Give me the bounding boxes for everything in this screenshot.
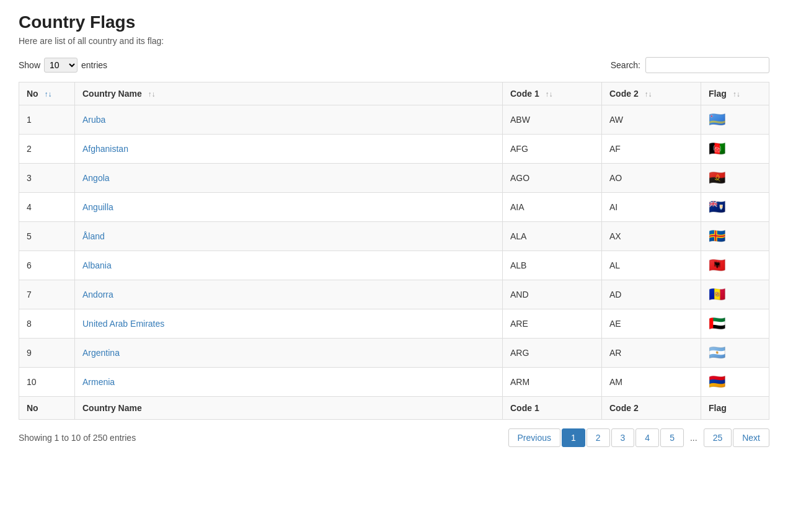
- cell-country-name[interactable]: Albania: [75, 251, 503, 280]
- cell-no: 6: [19, 251, 75, 280]
- col-flag-label: Flag: [709, 89, 727, 99]
- footer-code2: Code 2: [602, 397, 701, 420]
- table-row: 10ArmeniaARMAM🇦🇲: [19, 368, 769, 397]
- top-controls: Show 102550100 entries Search:: [19, 57, 769, 73]
- cell-code2: AW: [602, 105, 701, 135]
- cell-code2: AR: [602, 339, 701, 368]
- page-title: Country Flags: [19, 12, 769, 32]
- cell-no: 8: [19, 309, 75, 339]
- cell-no: 1: [19, 105, 75, 135]
- cell-no: 2: [19, 135, 75, 164]
- cell-code1: ARE: [503, 309, 602, 339]
- col-flag[interactable]: Flag ↑↓: [701, 82, 769, 105]
- show-entries-control: Show 102550100 entries: [19, 58, 107, 73]
- cell-code1: ALB: [503, 251, 602, 280]
- cell-flag: 🇦🇷: [701, 339, 769, 368]
- cell-code1: ARG: [503, 339, 602, 368]
- table-row: 2AfghanistanAFGAF🇦🇫: [19, 135, 769, 164]
- cell-country-name[interactable]: Argentina: [75, 339, 503, 368]
- table-header: No ↑↓ Country Name ↑↓ Code 1 ↑↓ Code 2 ↑…: [19, 82, 769, 105]
- search-label: Search:: [611, 60, 640, 70]
- cell-flag: 🇦🇪: [701, 309, 769, 339]
- table-row: 6AlbaniaALBAL🇦🇱: [19, 251, 769, 280]
- search-control: Search:: [611, 57, 769, 73]
- pagination-page-25[interactable]: 25: [704, 428, 732, 447]
- col-no-label: No: [27, 89, 38, 99]
- cell-flag: 🇦🇲: [701, 368, 769, 397]
- page-subtitle: Here are list of all country and its fla…: [19, 36, 769, 46]
- table-footer: No Country Name Code 1 Code 2 Flag: [19, 397, 769, 420]
- bottom-controls: Showing 1 to 10 of 250 entries Previous1…: [19, 428, 769, 447]
- header-row: No ↑↓ Country Name ↑↓ Code 1 ↑↓ Code 2 ↑…: [19, 82, 769, 105]
- table-row: 9ArgentinaARGAR🇦🇷: [19, 339, 769, 368]
- table-row: 5ÅlandALAAX🇦🇽: [19, 222, 769, 251]
- country-table: No ↑↓ Country Name ↑↓ Code 1 ↑↓ Code 2 ↑…: [19, 82, 769, 420]
- entries-select[interactable]: 102550100: [44, 58, 77, 73]
- cell-no: 10: [19, 368, 75, 397]
- cell-code2: AI: [602, 193, 701, 222]
- cell-country-name[interactable]: Armenia: [75, 368, 503, 397]
- pagination-page-5[interactable]: 5: [660, 428, 684, 447]
- col-no[interactable]: No ↑↓: [19, 82, 75, 105]
- sort-code2-icon: ↑↓: [645, 90, 652, 99]
- pagination-page-2[interactable]: 2: [587, 428, 610, 447]
- table-body: 1ArubaABWAW🇦🇼2AfghanistanAFGAF🇦🇫3AngolaA…: [19, 105, 769, 397]
- pagination-previous[interactable]: Previous: [508, 428, 560, 447]
- cell-country-name[interactable]: Angola: [75, 164, 503, 193]
- pagination-ellipsis: ...: [685, 429, 702, 446]
- cell-country-name[interactable]: Åland: [75, 222, 503, 251]
- cell-country-name[interactable]: United Arab Emirates: [75, 309, 503, 339]
- cell-code2: AM: [602, 368, 701, 397]
- cell-code2: AO: [602, 164, 701, 193]
- cell-code2: AE: [602, 309, 701, 339]
- cell-flag: 🇦🇴: [701, 164, 769, 193]
- sort-flag-icon: ↑↓: [733, 90, 740, 99]
- pagination-page-4[interactable]: 4: [635, 428, 659, 447]
- sort-no-icon: ↑↓: [45, 90, 52, 99]
- cell-no: 9: [19, 339, 75, 368]
- entries-label: entries: [81, 60, 107, 70]
- pagination-next[interactable]: Next: [733, 428, 769, 447]
- cell-flag: 🇦🇽: [701, 222, 769, 251]
- col-code2-label: Code 2: [609, 89, 639, 99]
- pagination-page-3[interactable]: 3: [611, 428, 635, 447]
- footer-row: No Country Name Code 1 Code 2 Flag: [19, 397, 769, 420]
- cell-code2: AD: [602, 280, 701, 309]
- cell-flag: 🇦🇮: [701, 193, 769, 222]
- cell-country-name[interactable]: Anguilla: [75, 193, 503, 222]
- footer-code1: Code 1: [503, 397, 602, 420]
- cell-code1: ALA: [503, 222, 602, 251]
- cell-code2: AF: [602, 135, 701, 164]
- cell-code1: AIA: [503, 193, 602, 222]
- cell-code1: ARM: [503, 368, 602, 397]
- cell-code1: AND: [503, 280, 602, 309]
- cell-country-name[interactable]: Andorra: [75, 280, 503, 309]
- table-row: 4AnguillaAIAAI🇦🇮: [19, 193, 769, 222]
- cell-code1: AFG: [503, 135, 602, 164]
- col-country-name-label: Country Name: [82, 89, 142, 99]
- sort-code1-icon: ↑↓: [546, 90, 553, 99]
- cell-code2: AX: [602, 222, 701, 251]
- cell-no: 7: [19, 280, 75, 309]
- cell-country-name[interactable]: Aruba: [75, 105, 503, 135]
- cell-flag: 🇦🇼: [701, 105, 769, 135]
- cell-flag: 🇦🇱: [701, 251, 769, 280]
- cell-flag: 🇦🇩: [701, 280, 769, 309]
- cell-no: 5: [19, 222, 75, 251]
- cell-code1: ABW: [503, 105, 602, 135]
- search-input[interactable]: [645, 57, 769, 73]
- footer-country-name: Country Name: [75, 397, 503, 420]
- cell-code1: AGO: [503, 164, 602, 193]
- table-row: 3AngolaAGOAO🇦🇴: [19, 164, 769, 193]
- col-code1[interactable]: Code 1 ↑↓: [503, 82, 602, 105]
- col-country-name[interactable]: Country Name ↑↓: [75, 82, 503, 105]
- pagination-page-1[interactable]: 1: [562, 428, 585, 447]
- cell-country-name[interactable]: Afghanistan: [75, 135, 503, 164]
- show-label: Show: [19, 60, 40, 70]
- cell-code2: AL: [602, 251, 701, 280]
- footer-no: No: [19, 397, 75, 420]
- cell-no: 3: [19, 164, 75, 193]
- cell-flag: 🇦🇫: [701, 135, 769, 164]
- cell-no: 4: [19, 193, 75, 222]
- col-code2[interactable]: Code 2 ↑↓: [602, 82, 701, 105]
